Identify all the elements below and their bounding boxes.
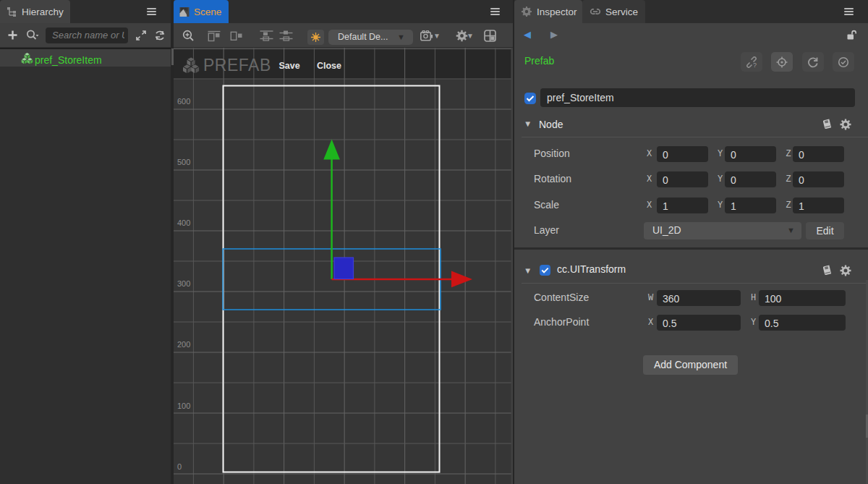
svg-text:300: 300 <box>177 279 190 288</box>
svg-text:Close: Close <box>317 61 341 71</box>
svg-text:600: 600 <box>177 97 190 106</box>
svg-text:200: 200 <box>177 340 190 349</box>
svg-text:0: 0 <box>177 462 182 471</box>
svg-text:?: ? <box>753 61 757 68</box>
svg-text:Save: Save <box>278 61 299 71</box>
svg-text:500: 500 <box>177 158 190 166</box>
svg-text:100: 100 <box>177 402 190 410</box>
svg-text:PREFAB: PREFAB <box>203 56 271 75</box>
svg-text:400: 400 <box>177 218 190 227</box>
